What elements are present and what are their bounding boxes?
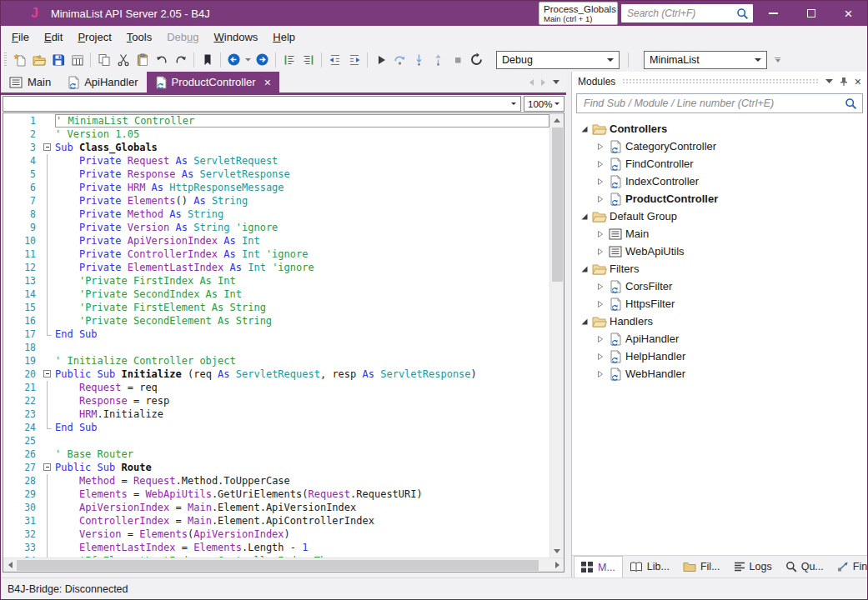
line-number[interactable]: 31 [3, 514, 43, 528]
menu-file[interactable]: File [4, 28, 37, 47]
fold-collapse-icon[interactable] [43, 141, 55, 154]
code-line[interactable]: 4 Private Request As ServletRequest [3, 154, 549, 168]
logs-tab[interactable]: Logs [727, 556, 779, 578]
code-line[interactable]: 16 'Private SecondElement As String [3, 314, 549, 328]
line-number[interactable]: 18 [3, 341, 43, 354]
undo-icon[interactable] [152, 50, 171, 69]
horizontal-scrollbar-thumb[interactable] [17, 560, 539, 571]
line-number[interactable]: 32 [3, 528, 43, 541]
editor-vertical-scrollbar[interactable] [549, 113, 564, 558]
line-number[interactable]: 22 [3, 394, 43, 408]
code-line[interactable]: 1' MinimaList Controller [3, 114, 549, 128]
code-line[interactable]: 25 [3, 434, 549, 448]
tree-expanded-icon[interactable] [579, 212, 590, 221]
tree-expanded-icon[interactable] [579, 265, 590, 273]
line-number[interactable]: 21 [3, 381, 43, 394]
run-icon[interactable] [371, 50, 390, 69]
stop-icon[interactable] [448, 50, 467, 69]
code-line[interactable]: 31 ControllerIndex = Main.Element.ApiCon… [3, 514, 549, 528]
step-out-icon[interactable] [429, 50, 448, 69]
tree-item-helphandler[interactable]: HelpHandler [572, 348, 867, 365]
tree-item-handlers[interactable]: Handlers [572, 312, 867, 330]
tree-item-apihandler[interactable]: ApiHandler [572, 330, 867, 348]
line-number[interactable]: 3 [3, 141, 43, 154]
code-line[interactable]: 32 Version = Elements(ApiVersionIndex) [3, 528, 549, 541]
shift-right-icon[interactable] [344, 50, 364, 69]
line-number[interactable]: 25 [3, 434, 43, 448]
line-number[interactable]: 33 [3, 541, 43, 554]
tree-collapsed-icon[interactable] [595, 370, 606, 378]
toolbar-overflow-button[interactable] [775, 58, 780, 62]
files-tab[interactable]: Fil... [676, 556, 727, 578]
nav-forward-icon[interactable] [253, 50, 272, 69]
code-line[interactable]: 23 HRM.Initialize [3, 408, 549, 421]
code-line[interactable]: 21 Request = req [3, 381, 549, 394]
cut-icon[interactable] [113, 50, 133, 69]
redo-icon[interactable] [171, 50, 190, 69]
new-file-icon[interactable] [10, 50, 29, 69]
tree-expanded-icon[interactable] [579, 318, 590, 326]
line-number[interactable]: 26 [3, 448, 43, 461]
code-line[interactable]: 15 'Private FirstElement As String [3, 301, 549, 314]
fold-collapse-icon[interactable] [43, 368, 55, 381]
scroll-down-button[interactable] [550, 544, 564, 558]
toolbar-grip[interactable] [4, 52, 7, 68]
line-number[interactable]: 15 [3, 301, 43, 314]
editor-zoom-select[interactable]: 100% [524, 96, 564, 112]
line-number[interactable]: 4 [3, 154, 43, 168]
tree-item-categorycontroller[interactable]: CategoryController [572, 138, 867, 155]
line-number[interactable]: 5 [3, 168, 43, 181]
code-line[interactable]: 12 Private ElementLastIndex As Int 'igno… [3, 261, 549, 274]
panel-close-icon[interactable]: × [855, 76, 861, 88]
tree-collapsed-icon[interactable] [595, 335, 606, 343]
line-number[interactable]: 19 [3, 354, 43, 368]
tree-expanded-icon[interactable] [579, 125, 590, 133]
nav-back-dropdown-icon[interactable] [243, 50, 253, 69]
scroll-tabs-right-icon[interactable] [541, 79, 545, 86]
search-icon[interactable] [736, 8, 749, 20]
line-number[interactable]: 8 [3, 208, 43, 221]
panel-menu-icon[interactable] [825, 79, 833, 84]
tree-collapsed-icon[interactable] [595, 248, 606, 256]
modules-tab[interactable]: M... [574, 556, 623, 578]
menu-windows[interactable]: Windows [207, 28, 266, 47]
code-line[interactable]: 6 Private HRM As HttpResponseMessage [3, 181, 549, 194]
tree-item-corsfilter[interactable]: CorsFilter [572, 278, 867, 295]
menu-project[interactable]: Project [70, 28, 118, 47]
code-line[interactable]: 26' Base Router [3, 448, 549, 461]
step-into-icon[interactable] [409, 50, 429, 69]
line-number[interactable]: 30 [3, 501, 43, 514]
nav-back-icon[interactable] [224, 50, 243, 69]
current-sub-indicator[interactable]: Process_Globals Main (ctrl + 1) [539, 2, 618, 25]
line-number[interactable]: 16 [3, 314, 43, 328]
code-line[interactable]: 2' Version 1.05 [3, 128, 549, 141]
tree-collapsed-icon[interactable] [595, 230, 606, 238]
run-module-select[interactable]: MinimaList [644, 51, 767, 69]
tab-list-dropdown-icon[interactable] [553, 80, 559, 84]
copy-icon[interactable] [94, 50, 113, 69]
library-tab[interactable]: Lib... [623, 556, 676, 578]
find-references-tab[interactable]: Fin... [830, 556, 868, 578]
format-lines-2-icon[interactable] [299, 50, 318, 69]
code-line[interactable]: 7 Private Elements() As String [3, 194, 549, 208]
tree-item-indexcontroller[interactable]: IndexController [572, 172, 867, 190]
line-number[interactable]: 6 [3, 181, 43, 194]
code-line[interactable]: 3Sub Class_Globals [3, 141, 549, 154]
tree-item-webhandler[interactable]: WebHandler [572, 365, 867, 382]
line-number[interactable]: 29 [3, 488, 43, 501]
tree-item-default-group[interactable]: Default Group [572, 208, 867, 225]
tree-item-controllers[interactable]: Controllers [572, 120, 867, 138]
fold-collapse-icon[interactable] [43, 461, 55, 474]
search-input[interactable] [625, 7, 736, 20]
tree-collapsed-icon[interactable] [595, 300, 606, 308]
line-number[interactable]: 24 [3, 421, 43, 434]
tab-apihandler[interactable]: ApiHandler [59, 72, 146, 92]
code-line[interactable]: 14 'Private SecondIndex As Int [3, 288, 549, 301]
line-number[interactable]: 10 [3, 234, 43, 248]
line-number[interactable]: 17 [3, 328, 43, 341]
tree-item-httpsfilter[interactable]: HttpsFilter [572, 295, 867, 312]
line-number[interactable]: 7 [3, 194, 43, 208]
code-area[interactable]: 1' MinimaList Controller2' Version 1.053… [3, 113, 549, 558]
restart-icon[interactable] [467, 50, 486, 69]
editor-horizontal-scrollbar[interactable] [3, 558, 564, 572]
